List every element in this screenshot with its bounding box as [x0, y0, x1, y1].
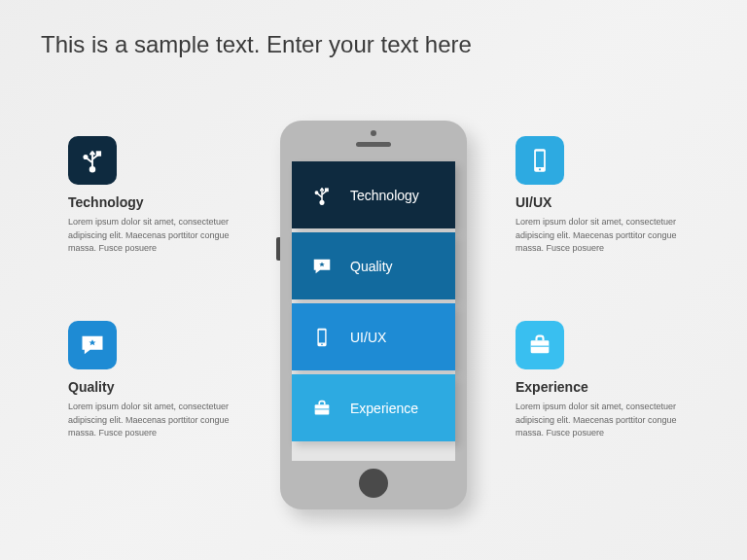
phone-screen: Technology Quality UI/UX Experience — [292, 161, 455, 461]
svg-rect-3 — [97, 152, 101, 156]
chat-star-icon — [305, 256, 338, 277]
feature-title: Quality — [68, 379, 233, 395]
feature-technology: Technology Lorem ipsum dolor sit amet, c… — [68, 136, 233, 256]
slide-title: This is a sample text. Enter your text h… — [41, 31, 472, 58]
chat-star-icon — [68, 321, 117, 369]
feature-desc: Lorem ipsum dolor sit amet, consectetuer… — [516, 216, 681, 256]
svg-point-11 — [315, 192, 317, 193]
menu-item-label: Technology — [350, 188, 419, 203]
menu-item-label: Experience — [350, 401, 418, 416]
feature-title: Experience — [516, 379, 681, 395]
phone-camera — [371, 130, 376, 136]
feature-experience: Experience Lorem ipsum dolor sit amet, c… — [516, 321, 681, 440]
feature-quality: Quality Lorem ipsum dolor sit amet, cons… — [68, 321, 233, 440]
menu-item-label: Quality — [350, 259, 393, 274]
phone-side-button — [276, 237, 280, 261]
menu-item-label: UI/UX — [350, 330, 386, 345]
svg-point-15 — [321, 343, 323, 345]
phone-icon — [516, 136, 564, 185]
feature-desc: Lorem ipsum dolor sit amet, consectetuer… — [516, 401, 681, 440]
phone-home-button[interactable] — [359, 469, 388, 498]
briefcase-icon — [305, 398, 338, 419]
svg-rect-14 — [319, 330, 325, 342]
feature-desc: Lorem ipsum dolor sit amet, consectetuer… — [68, 401, 233, 440]
menu-item-technology[interactable]: Technology — [292, 161, 455, 228]
briefcase-icon — [516, 321, 564, 369]
menu-item-experience[interactable]: Experience — [292, 374, 455, 441]
feature-title: Technology — [68, 194, 233, 210]
feature-desc: Lorem ipsum dolor sit amet, consectetuer… — [68, 216, 233, 256]
svg-rect-12 — [326, 189, 328, 191]
menu-item-quality[interactable]: Quality — [292, 232, 455, 299]
phone-speaker — [356, 142, 391, 147]
usb-icon — [305, 185, 338, 206]
phone-frame: Technology Quality UI/UX Experience — [280, 121, 467, 509]
feature-uiux: UI/UX Lorem ipsum dolor sit amet, consec… — [516, 136, 681, 256]
svg-rect-5 — [536, 152, 544, 167]
phone-icon — [305, 327, 338, 348]
menu-item-uiux[interactable]: UI/UX — [292, 303, 455, 370]
svg-point-2 — [84, 156, 87, 158]
feature-title: UI/UX — [516, 194, 681, 210]
svg-point-6 — [539, 168, 541, 170]
usb-icon — [68, 136, 117, 185]
